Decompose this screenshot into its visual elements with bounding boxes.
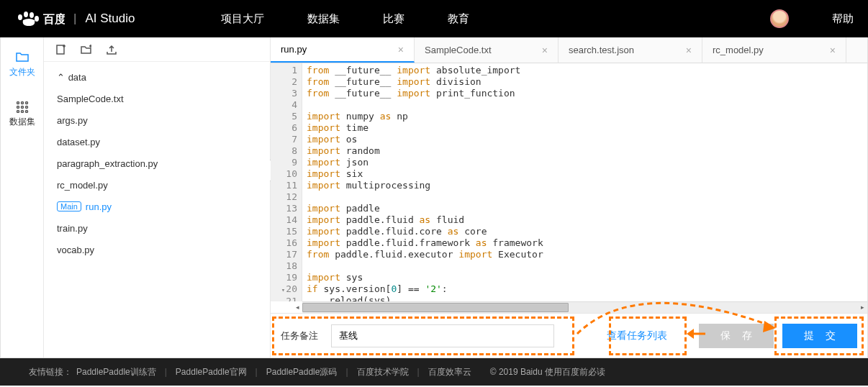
close-icon[interactable]: × bbox=[542, 45, 548, 56]
avatar[interactable] bbox=[770, 9, 789, 28]
rail-datasets-label: 数据集 bbox=[9, 116, 35, 128]
svg-rect-14 bbox=[57, 45, 64, 54]
nav-projects[interactable]: 项目大厅 bbox=[221, 12, 264, 26]
view-tasks-link[interactable]: 查看任务列表 bbox=[607, 329, 667, 342]
tree-folder-data[interactable]: ⌃ data bbox=[44, 66, 270, 88]
svg-point-3 bbox=[35, 16, 39, 22]
tab-samplecode[interactable]: SampleCode.txt× bbox=[415, 37, 559, 63]
footer-copyright: © 2019 Baidu 使用百度前必读 bbox=[490, 366, 605, 378]
footer-link[interactable]: PaddlePaddle官网 bbox=[176, 366, 247, 378]
top-nav: 项目大厅 数据集 比赛 教育 bbox=[221, 12, 469, 26]
tree-file[interactable]: train.py bbox=[44, 217, 270, 239]
chevron-down-icon: ⌃ bbox=[57, 72, 65, 83]
svg-point-9 bbox=[21, 106, 23, 109]
close-icon[interactable]: × bbox=[686, 45, 692, 56]
main-area: 文件夹 数据集 ⌃ data SampleCode.txt args.py da… bbox=[0, 37, 868, 358]
footer: 友情链接： PaddlePaddle训练营| PaddlePaddle官网| P… bbox=[0, 358, 868, 386]
new-file-icon[interactable] bbox=[55, 44, 66, 55]
footer-link[interactable]: PaddlePaddle源码 bbox=[266, 366, 338, 378]
close-icon[interactable]: × bbox=[398, 44, 404, 55]
tree-file[interactable]: dataset.py bbox=[44, 131, 270, 152]
rail-datasets[interactable]: 数据集 bbox=[9, 100, 35, 128]
logo-separator: | bbox=[73, 12, 76, 26]
tree-file[interactable]: SampleCode.txt bbox=[44, 88, 270, 109]
svg-point-1 bbox=[24, 12, 28, 17]
file-sidebar: ⌃ data SampleCode.txt args.py dataset.py… bbox=[44, 37, 271, 358]
editor-pane: ◂ run.py× SampleCode.txt× search.test.js… bbox=[271, 37, 867, 358]
footer-link[interactable]: 百度技术学院 bbox=[357, 366, 409, 378]
svg-point-11 bbox=[17, 111, 19, 113]
folder-icon bbox=[15, 50, 30, 63]
file-tree: ⌃ data SampleCode.txt args.py dataset.py… bbox=[44, 62, 270, 265]
tree-file-main[interactable]: Mainrun.py bbox=[44, 196, 270, 217]
nav-datasets[interactable]: 数据集 bbox=[307, 12, 340, 26]
rail-files-label: 文件夹 bbox=[9, 66, 35, 78]
footer-link[interactable]: 百度效率云 bbox=[428, 366, 471, 378]
svg-point-10 bbox=[25, 106, 27, 109]
submit-button[interactable]: 提 交 bbox=[782, 324, 857, 348]
code-content[interactable]: from __future__ import absolute_import f… bbox=[302, 63, 867, 301]
svg-point-13 bbox=[25, 111, 27, 113]
tree-file[interactable]: rc_model.py bbox=[44, 174, 270, 196]
tree-file[interactable]: vocab.py bbox=[44, 239, 270, 260]
tree-file[interactable]: paragraph_extraction.py bbox=[44, 152, 270, 174]
svg-point-12 bbox=[21, 111, 23, 113]
editor-tabs: run.py× SampleCode.txt× search.test.json… bbox=[271, 37, 867, 63]
save-button[interactable]: 保 存 bbox=[699, 324, 774, 348]
help-link[interactable]: 帮助 bbox=[832, 12, 854, 26]
svg-point-5 bbox=[17, 102, 19, 104]
tab-rc-model[interactable]: rc_model.py× bbox=[702, 37, 846, 63]
new-folder-icon[interactable] bbox=[81, 44, 91, 55]
rail-files[interactable]: 文件夹 bbox=[9, 50, 35, 78]
logo[interactable]: 百度 | AI Studio bbox=[14, 10, 135, 27]
horizontal-scrollbar[interactable]: ◂▸ bbox=[302, 301, 867, 313]
baidu-logo-icon: 百度 bbox=[14, 10, 65, 27]
tab-search-json[interactable]: search.test.json× bbox=[559, 37, 702, 63]
code-editor[interactable]: 1 2 3 4 5 6 7 8 9 10 11 12 13 14 15 16 1… bbox=[271, 63, 867, 301]
upload-icon[interactable] bbox=[106, 44, 117, 55]
svg-point-7 bbox=[25, 102, 27, 104]
footer-prefix: 友情链接： bbox=[29, 366, 72, 378]
task-note-label: 任务备注 bbox=[281, 329, 318, 342]
nav-education[interactable]: 教育 bbox=[448, 12, 469, 26]
top-bar: 百度 | AI Studio 项目大厅 数据集 比赛 教育 帮助 bbox=[0, 0, 868, 37]
svg-point-2 bbox=[30, 12, 34, 18]
tree-file[interactable]: args.py bbox=[44, 109, 270, 131]
task-note-input[interactable] bbox=[331, 324, 554, 347]
left-rail: 文件夹 数据集 bbox=[1, 37, 44, 358]
svg-point-8 bbox=[17, 106, 19, 109]
nav-competition[interactable]: 比赛 bbox=[383, 12, 404, 26]
bottom-bar: 任务备注 查看任务列表 保 存 提 交 bbox=[271, 313, 867, 358]
line-gutter: 1 2 3 4 5 6 7 8 9 10 11 12 13 14 15 16 1… bbox=[271, 63, 302, 301]
brand-sub: AI Studio bbox=[85, 12, 135, 26]
sidebar-toolbar bbox=[44, 37, 270, 62]
footer-link[interactable]: PaddlePaddle训练营 bbox=[76, 366, 156, 378]
svg-point-0 bbox=[18, 14, 22, 20]
scrollbar-thumb[interactable] bbox=[302, 303, 569, 312]
svg-point-6 bbox=[21, 102, 23, 104]
main-badge: Main bbox=[57, 201, 81, 211]
svg-text:百度: 百度 bbox=[42, 12, 65, 25]
tab-run-py[interactable]: run.py× bbox=[271, 37, 415, 63]
dataset-icon bbox=[15, 100, 30, 113]
close-icon[interactable]: × bbox=[830, 45, 836, 56]
